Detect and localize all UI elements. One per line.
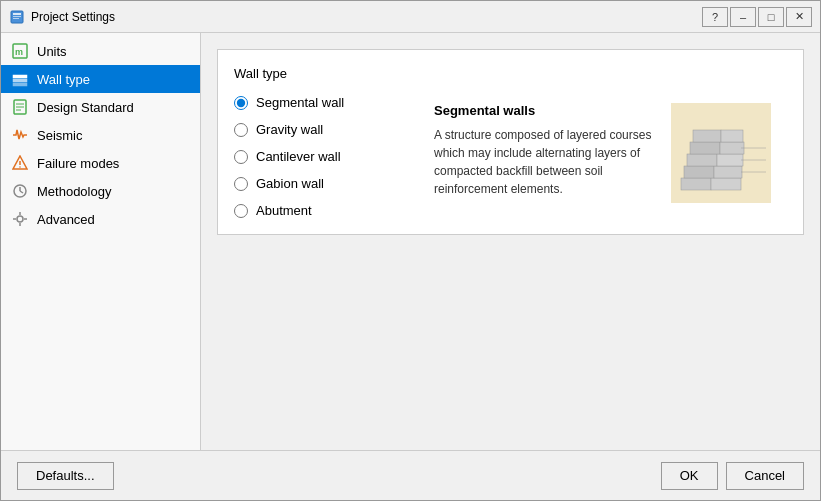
wall-type-section: Wall type Segmental wall Gravity wall xyxy=(217,49,804,235)
description-text: Segmental walls A structure composed of … xyxy=(434,103,655,198)
radio-segmental-label: Segmental wall xyxy=(256,95,344,110)
project-settings-window: Project Settings ? – □ ✕ m Units xyxy=(0,0,821,501)
sidebar-label-advanced: Advanced xyxy=(37,212,95,227)
radio-gravity-input[interactable] xyxy=(234,123,248,137)
svg-rect-29 xyxy=(687,154,717,166)
footer: Defaults... OK Cancel xyxy=(1,450,820,500)
svg-rect-34 xyxy=(721,130,743,142)
svg-rect-6 xyxy=(13,75,27,78)
svg-rect-33 xyxy=(693,130,721,142)
sidebar-item-advanced[interactable]: Advanced xyxy=(1,205,200,233)
section-title: Wall type xyxy=(234,66,787,81)
wall-illustration xyxy=(671,103,771,203)
failure-modes-icon xyxy=(11,154,29,172)
svg-point-19 xyxy=(17,216,23,222)
radio-gabion-input[interactable] xyxy=(234,177,248,191)
design-standard-icon xyxy=(11,98,29,116)
content-area: m Units Wall type xyxy=(1,33,820,450)
methodology-icon xyxy=(11,182,29,200)
sidebar-label-seismic: Seismic xyxy=(37,128,83,143)
svg-rect-8 xyxy=(13,83,27,86)
sidebar-item-methodology[interactable]: Methodology xyxy=(1,177,200,205)
sidebar: m Units Wall type xyxy=(1,33,201,450)
seismic-icon xyxy=(11,126,29,144)
svg-rect-7 xyxy=(13,79,27,82)
sidebar-item-units[interactable]: m Units xyxy=(1,37,200,65)
sidebar-label-units: Units xyxy=(37,44,67,59)
svg-text:m: m xyxy=(15,47,23,57)
svg-rect-26 xyxy=(711,178,741,190)
title-bar: Project Settings ? – □ ✕ xyxy=(1,1,820,33)
window-title: Project Settings xyxy=(31,10,702,24)
wall-type-icon xyxy=(11,70,29,88)
radio-cantilever-input[interactable] xyxy=(234,150,248,164)
sidebar-item-seismic[interactable]: Seismic xyxy=(1,121,200,149)
svg-rect-28 xyxy=(714,166,742,178)
sidebar-label-wall-type: Wall type xyxy=(37,72,90,87)
sidebar-item-wall-type[interactable]: Wall type xyxy=(1,65,200,93)
footer-right: OK Cancel xyxy=(661,462,804,490)
sidebar-label-methodology: Methodology xyxy=(37,184,111,199)
cancel-button[interactable]: Cancel xyxy=(726,462,804,490)
advanced-icon xyxy=(11,210,29,228)
radio-cantilever-label: Cantilever wall xyxy=(256,149,341,164)
radio-segmental-wall[interactable]: Segmental wall xyxy=(234,95,394,110)
radio-gravity-wall[interactable]: Gravity wall xyxy=(234,122,394,137)
radio-abutment-label: Abutment xyxy=(256,203,312,218)
maximize-button[interactable]: □ xyxy=(758,7,784,27)
svg-rect-27 xyxy=(684,166,714,178)
radio-gabion-wall[interactable]: Gabion wall xyxy=(234,176,394,191)
description-title: Segmental walls xyxy=(434,103,655,118)
footer-left: Defaults... xyxy=(17,462,114,490)
wall-type-radio-list: Segmental wall Gravity wall Cantilever w… xyxy=(234,95,394,218)
main-content: Wall type Segmental wall Gravity wall xyxy=(201,33,820,450)
minimize-button[interactable]: – xyxy=(730,7,756,27)
help-button[interactable]: ? xyxy=(702,7,728,27)
close-button[interactable]: ✕ xyxy=(786,7,812,27)
units-icon: m xyxy=(11,42,29,60)
radio-segmental-input[interactable] xyxy=(234,96,248,110)
radio-abutment[interactable]: Abutment xyxy=(234,203,394,218)
svg-rect-2 xyxy=(13,16,21,17)
sidebar-label-design-standard: Design Standard xyxy=(37,100,134,115)
svg-rect-32 xyxy=(720,142,744,154)
ok-button[interactable]: OK xyxy=(661,462,718,490)
window-controls: ? – □ ✕ xyxy=(702,7,812,27)
svg-line-18 xyxy=(20,191,23,193)
svg-rect-25 xyxy=(681,178,711,190)
description-body: A structure composed of layered courses … xyxy=(434,126,655,198)
wall-type-content: Segmental wall Gravity wall Cantilever w… xyxy=(234,95,787,218)
radio-gabion-label: Gabion wall xyxy=(256,176,324,191)
radio-gravity-label: Gravity wall xyxy=(256,122,323,137)
sidebar-item-design-standard[interactable]: Design Standard xyxy=(1,93,200,121)
svg-rect-30 xyxy=(717,154,743,166)
svg-rect-3 xyxy=(13,18,19,19)
window-icon xyxy=(9,9,25,25)
svg-point-15 xyxy=(19,166,21,168)
sidebar-item-failure-modes[interactable]: Failure modes xyxy=(1,149,200,177)
description-panel: Segmental walls A structure composed of … xyxy=(418,95,787,218)
sidebar-label-failure-modes: Failure modes xyxy=(37,156,119,171)
svg-rect-1 xyxy=(13,13,21,15)
defaults-button[interactable]: Defaults... xyxy=(17,462,114,490)
svg-rect-31 xyxy=(690,142,720,154)
radio-cantilever-wall[interactable]: Cantilever wall xyxy=(234,149,394,164)
radio-abutment-input[interactable] xyxy=(234,204,248,218)
